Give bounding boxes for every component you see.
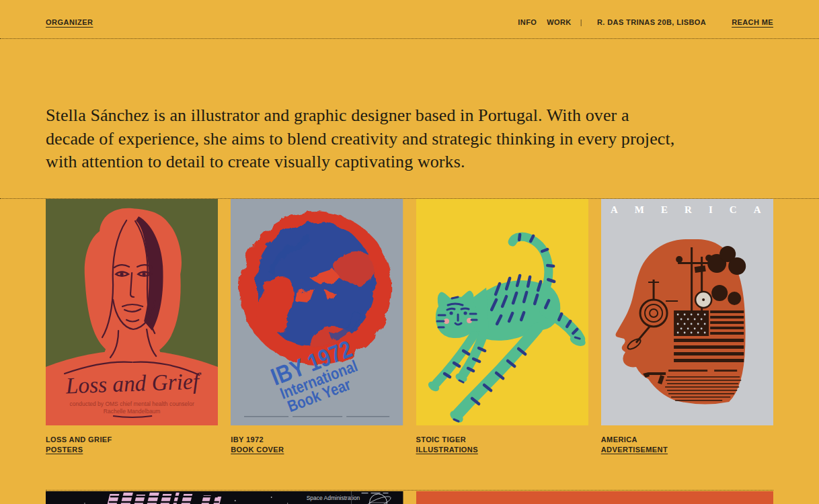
project-title: STOIC TIGER [416, 435, 588, 445]
nav-item-work[interactable]: WORK [547, 18, 571, 26]
project-gallery: Loss and Grief conducted by OMS chief me… [0, 199, 819, 504]
gallery-row-2: Space Administration [46, 491, 773, 504]
iby-1972-poster-art: IBY 1972 International Book Year [231, 199, 403, 425]
intro-statement: Stella Sánchez is an illustrator and gra… [46, 104, 773, 174]
project-thumbnail-space[interactable]: Space Administration [46, 491, 403, 504]
project-category-link[interactable]: ILLUSTRATIONS [416, 445, 478, 455]
project-title: LOSS AND GRIEF [46, 435, 218, 445]
project-thumbnail-stoic-tiger[interactable] [416, 199, 588, 425]
nav-item-info[interactable]: INFO [518, 18, 537, 26]
project-card-iby-1972: IBY 1972 International Book Year IBY 197… [231, 199, 403, 455]
iby-fine-print [244, 416, 389, 417]
intro-line: Stella Sánchez is an illustrator and gra… [46, 104, 773, 128]
brand-link[interactable]: ORGANIZER [46, 18, 93, 26]
project-thumbnail-orange[interactable] [416, 491, 774, 504]
project-caption: STOIC TIGER ILLUSTRATIONS [416, 435, 588, 455]
project-thumbnail-loss-and-grief[interactable]: Loss and Grief conducted by OMS chief me… [46, 199, 218, 425]
america-title-text: AMERICA [611, 204, 773, 215]
loss-and-grief-credit-text: conducted by OMS chief mental health cou… [69, 401, 194, 407]
space-poster-caption-text: Space Administration [307, 494, 360, 501]
loss-and-grief-poster-art: Loss and Grief conducted by OMS chief me… [46, 199, 218, 425]
project-caption: AMERICA ADVERTISEMENT [601, 435, 773, 455]
project-thumbnail-america[interactable]: AMERICA [601, 199, 773, 425]
site-header: ORGANIZER INFO WORK | R. DAS TRINAS 20B,… [0, 0, 819, 39]
studio-address: R. DAS TRINAS 20B, LISBOA [597, 18, 706, 26]
project-category-link[interactable]: ADVERTISEMENT [601, 445, 668, 455]
project-card-loss-and-grief: Loss and Grief conducted by OMS chief me… [46, 199, 218, 455]
intro-line: decade of experience, she aims to blend … [46, 128, 773, 151]
stoic-tiger-poster-art [416, 199, 588, 425]
project-card-stoic-tiger: STOIC TIGER ILLUSTRATIONS [416, 199, 588, 455]
reach-me-link[interactable]: REACH ME [732, 18, 773, 26]
america-poster-art: AMERICA [601, 199, 773, 425]
loss-and-grief-title-text: Loss and Grief [65, 368, 202, 398]
project-card-america: AMERICA [601, 199, 773, 455]
header-nav: INFO WORK | R. DAS TRINAS 20B, LISBOA RE… [518, 18, 773, 26]
project-title: AMERICA [601, 435, 773, 445]
project-caption: IBY 1972 BOOK COVER [231, 435, 403, 455]
section-divider [46, 490, 773, 491]
project-caption: LOSS AND GRIEF POSTERS [46, 435, 218, 455]
nav-separator: | [580, 18, 582, 26]
intro-line: with attention to detail to create visua… [46, 151, 773, 174]
space-poster-art: Space Administration [46, 491, 403, 504]
project-title: IBY 1972 [231, 435, 403, 445]
gallery-row-1: Loss and Grief conducted by OMS chief me… [46, 199, 773, 455]
project-category-link[interactable]: BOOK COVER [231, 445, 284, 455]
project-category-link[interactable]: POSTERS [46, 445, 83, 455]
project-thumbnail-iby-1972[interactable]: IBY 1972 International Book Year [231, 199, 403, 425]
loss-and-grief-credit-text: Rachelle Mandelbaum [104, 408, 161, 415]
orange-poster-art [416, 491, 774, 504]
